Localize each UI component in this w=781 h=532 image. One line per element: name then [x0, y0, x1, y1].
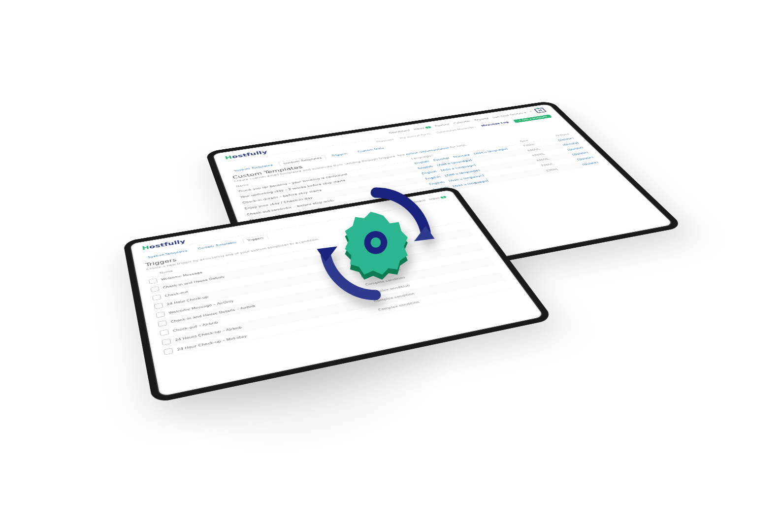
- nav-reports[interactable]: Reports: [474, 117, 489, 121]
- checkbox-icon[interactable]: [150, 286, 159, 292]
- inbox-badge: 5: [425, 126, 432, 129]
- nav-calendar[interactable]: Calendar: [453, 120, 471, 125]
- automation-gear-icon: [312, 180, 440, 308]
- inbox-badge: 5: [440, 196, 447, 199]
- nav-inbox[interactable]: Inbox 5: [413, 126, 432, 131]
- nav-dashboard[interactable]: Dashboard: [388, 129, 410, 134]
- checkbox-icon[interactable]: [158, 320, 167, 327]
- help-icon[interactable]: ?: [529, 111, 533, 113]
- checkbox-icon[interactable]: [149, 278, 158, 284]
- svg-marker-0: [317, 246, 337, 262]
- checkbox-icon[interactable]: [163, 348, 173, 355]
- checkbox-icon[interactable]: [156, 311, 165, 318]
- subnav-previews[interactable]: Previews: [376, 138, 395, 144]
- svg-point-3: [371, 237, 381, 248]
- checkbox-icon[interactable]: [160, 329, 169, 336]
- checkbox-icon[interactable]: [152, 295, 162, 300]
- checkbox-icon[interactable]: [154, 303, 163, 309]
- checkbox-icon[interactable]: [162, 338, 171, 345]
- brand-icon[interactable]: H: [534, 108, 547, 113]
- nav-pipeline[interactable]: Pipeline: [434, 123, 451, 127]
- svg-marker-1: [414, 226, 435, 241]
